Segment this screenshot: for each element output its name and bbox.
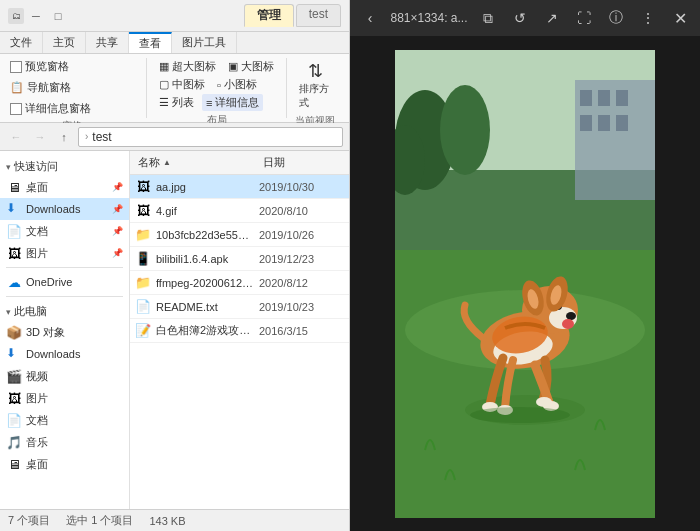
svg-rect-8 (616, 115, 628, 131)
nav-pane-btn[interactable]: 📋 导航窗格 (6, 79, 75, 96)
pictures-pin: 📌 (112, 248, 123, 258)
ribbon-group-layout: ▦ 超大图标 ▣ 大图标 ▢ 中图标 (155, 58, 287, 118)
viewer-close-btn[interactable]: ✕ (668, 6, 692, 30)
ribbon-group-current-view: ⇅ 排序方式 当前视图 (295, 58, 343, 118)
table-row[interactable]: 🖼 aa.jpg 2019/10/30 (130, 175, 349, 199)
documents-pc-icon: 📄 (6, 412, 22, 428)
quick-access-header[interactable]: ▾ 快速访问 (0, 155, 129, 176)
sidebar-item-pictures[interactable]: 🖼 图片 📌 (0, 242, 129, 264)
ribbon-tab-home[interactable]: 主页 (43, 32, 86, 53)
file-date-1: 2020/8/10 (255, 205, 345, 217)
file-name-0: aa.jpg (156, 181, 255, 193)
layout-row-1: ▦ 超大图标 ▣ 大图标 (155, 58, 278, 75)
this-pc-header[interactable]: ▾ 此电脑 (0, 300, 129, 321)
ribbon-tab-file[interactable]: 文件 (0, 32, 43, 53)
file-explorer: 🗂 ─ □ 管理 test 文件 主页 共享 查看 图片工具 预览窗格 (0, 0, 350, 531)
file-name-3: bilibili1.6.4.apk (156, 253, 255, 265)
viewer-fullscreen-btn[interactable]: ⛶ (572, 6, 596, 30)
sidebar-item-downloads[interactable]: ⬇ Downloads 📌 (0, 198, 129, 220)
viewer-info-btn[interactable]: ⓘ (604, 6, 628, 30)
up-btn[interactable]: ↑ (54, 127, 74, 147)
this-pc-label: 此电脑 (14, 304, 47, 319)
table-row[interactable]: 📝 白色相簿2游戏攻略.docx 2016/3/15 (130, 319, 349, 343)
file-list: 名称 ▲ 日期 🖼 aa.jpg 2019/10/30 🖼 4.gif 2020… (130, 151, 349, 509)
image-viewer: ‹ 881×1334: a... ⧉ ↺ ↗ ⛶ ⓘ ⋮ ✕ (350, 0, 700, 531)
desktop-icon: 🖥 (6, 179, 22, 195)
sidebar: ▾ 快速访问 🖥 桌面 📌 ⬇ Downloads 📌 📄 文档 📌 🖼 (0, 151, 130, 509)
svg-rect-7 (598, 115, 610, 131)
detail-btn[interactable]: ≡ 详细信息 (202, 94, 263, 111)
sidebar-item-music[interactable]: 🎵 音乐 (0, 431, 129, 453)
sidebar-item-downloads-pc[interactable]: ⬇ Downloads (0, 343, 129, 365)
sidebar-item-3d-objects[interactable]: 📦 3D 对象 (0, 321, 129, 343)
tab-manage[interactable]: 管理 (244, 4, 294, 27)
path-arrow: › (85, 131, 88, 142)
address-path[interactable]: › test (78, 127, 343, 147)
table-row[interactable]: 📄 README.txt 2019/10/23 (130, 295, 349, 319)
sidebar-item-pictures-pc[interactable]: 🖼 图片 (0, 387, 129, 409)
divider-2 (6, 296, 123, 297)
sort-icon: ⇅ (308, 60, 323, 82)
detail-checkbox (10, 103, 22, 115)
music-label: 音乐 (26, 435, 123, 450)
nav-pane-label: 导航窗格 (27, 80, 71, 95)
quick-access-label: 快速访问 (14, 159, 58, 174)
title-bar-tabs: 管理 test (244, 4, 341, 27)
this-pc-arrow: ▾ (6, 307, 11, 317)
table-row[interactable]: 📱 bilibili1.6.4.apk 2019/12/23 (130, 247, 349, 271)
nav-pane-icon: 📋 (10, 81, 24, 94)
table-row[interactable]: 📁 ffmpeg-20200612-38... 2020/8/12 (130, 271, 349, 295)
viewer-more-btn[interactable]: ⋮ (636, 6, 660, 30)
svg-point-32 (470, 407, 570, 423)
extra-large-icon-btn[interactable]: ▦ 超大图标 (155, 58, 220, 75)
sidebar-item-documents[interactable]: 📄 文档 📌 (0, 220, 129, 242)
sidebar-item-desktop-pc[interactable]: 🖥 桌面 (0, 453, 129, 475)
ribbon-tab-view[interactable]: 查看 (129, 32, 172, 53)
sidebar-item-videos[interactable]: 🎬 视频 (0, 365, 129, 387)
pictures-pc-icon: 🖼 (6, 390, 22, 406)
detail-label: 详细信息 (215, 95, 259, 110)
viewer-copy-btn[interactable]: ⧉ (476, 6, 500, 30)
detail-pane-label: 详细信息窗格 (25, 101, 91, 116)
sidebar-item-documents-pc[interactable]: 📄 文档 (0, 409, 129, 431)
file-icon-4: 📁 (134, 274, 152, 292)
col-date-header[interactable]: 日期 (259, 155, 349, 170)
viewer-prev-btn[interactable]: ‹ (358, 6, 382, 30)
maximize-btn[interactable]: □ (48, 6, 68, 26)
col-name-header[interactable]: 名称 ▲ (130, 155, 259, 170)
file-date-2: 2019/10/26 (255, 229, 345, 241)
large-label: 大图标 (241, 59, 274, 74)
ribbon-tab-picture-tools[interactable]: 图片工具 (172, 32, 237, 53)
table-row[interactable]: 📁 10b3fcb22d3e550353... 2019/10/26 (130, 223, 349, 247)
file-date-4: 2020/8/12 (255, 277, 345, 289)
extra-large-label: 超大图标 (172, 59, 216, 74)
preview-pane-btn[interactable]: 预览窗格 (6, 58, 73, 75)
list-btn[interactable]: ☰ 列表 (155, 94, 198, 111)
large-icon-btn[interactable]: ▣ 大图标 (224, 58, 278, 75)
file-icon-3: 📱 (134, 250, 152, 268)
viewer-rotate-btn[interactable]: ↺ (508, 6, 532, 30)
table-row[interactable]: 🖼 4.gif 2020/8/10 (130, 199, 349, 223)
small-icon: ▫ (217, 79, 221, 91)
sidebar-item-desktop[interactable]: 🖥 桌面 📌 (0, 176, 129, 198)
ribbon-tab-share[interactable]: 共享 (86, 32, 129, 53)
forward-btn[interactable]: → (30, 127, 50, 147)
3d-objects-label: 3D 对象 (26, 325, 123, 340)
detail-pane-btn[interactable]: 详细信息窗格 (6, 100, 95, 117)
small-label: 小图标 (224, 77, 257, 92)
medium-icon-btn[interactable]: ▢ 中图标 (155, 76, 209, 93)
file-name-4: ffmpeg-20200612-38... (156, 277, 255, 289)
videos-icon: 🎬 (6, 368, 22, 384)
extra-large-icon: ▦ (159, 60, 169, 73)
back-btn[interactable]: ← (6, 127, 26, 147)
selected-count: 选中 1 个项目 (66, 513, 133, 528)
sidebar-item-onedrive[interactable]: ☁ OneDrive (0, 271, 129, 293)
status-bar: 7 个项目 选中 1 个项目 143 KB (0, 509, 349, 531)
small-icon-btn[interactable]: ▫ 小图标 (213, 76, 261, 93)
layout-row-3: ☰ 列表 ≡ 详细信息 (155, 94, 278, 111)
file-date-3: 2019/12/23 (255, 253, 345, 265)
minimize-btn[interactable]: ─ (26, 6, 46, 26)
tab-test[interactable]: test (296, 4, 341, 27)
viewer-share-btn[interactable]: ↗ (540, 6, 564, 30)
sort-by-btn[interactable]: ⇅ 排序方式 (295, 58, 335, 112)
